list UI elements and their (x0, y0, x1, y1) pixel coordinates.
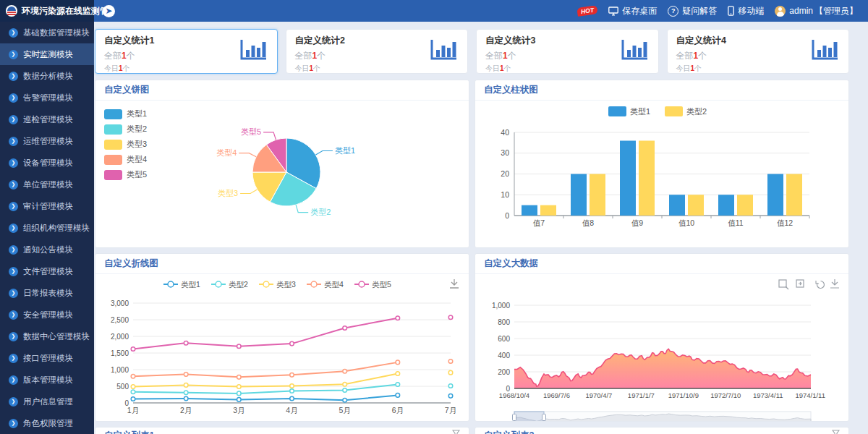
sidebar-item-基础数据管理模块[interactable]: ❯基础数据管理模块 (0, 22, 94, 43)
line-legend-item[interactable]: 类型4 (307, 280, 344, 289)
sidebar-item-实时监测模块[interactable]: ❯实时监测模块 (0, 43, 94, 65)
pie-legend-item[interactable]: 类型5 (104, 167, 147, 182)
stat-card-3[interactable]: 自定义统计3全部1个今日1个 (476, 29, 659, 74)
line-legend-item[interactable]: 类型1 (163, 280, 200, 289)
stat-card-2[interactable]: 自定义统计2全部1个今日1个 (286, 29, 469, 74)
svg-text:类型1: 类型1 (630, 107, 650, 116)
save-desktop-button[interactable]: 保存桌面 (608, 5, 657, 17)
line-legend-item[interactable]: 类型3 (259, 280, 296, 289)
svg-text:类型3: 类型3 (218, 189, 238, 197)
line-chart[interactable]: 05001,0001,5002,0002,5003,0001月2月3月4月5月6… (95, 274, 469, 422)
sidebar-item-label: 基础数据管理模块 (23, 27, 90, 38)
qa-button[interactable]: ? 疑问解答 (668, 5, 717, 17)
svg-text:类型2: 类型2 (229, 280, 248, 289)
sidebar-item-角色权限管理[interactable]: ❯角色权限管理 (0, 412, 94, 434)
bottom-right-panel: 自定义列表2 (475, 427, 849, 434)
stat-card-today: 今日1个 (295, 64, 459, 74)
bar-chart-icon (809, 38, 840, 61)
chevron-circle-icon: ❯ (9, 158, 18, 168)
stat-card-today: 今日1个 (104, 64, 268, 74)
bigdata-area-chart[interactable]: 02004006008001,0001968/10/41969/7/61970/… (475, 274, 849, 422)
user-role: 【管理员】 (814, 5, 858, 17)
sidebar-item-label: 接口管理模块 (23, 353, 73, 364)
sidebar-item-版本管理模块[interactable]: ❯版本管理模块 (0, 369, 94, 391)
mobile-button[interactable]: 移动端 (728, 5, 764, 17)
datazoom-handle[interactable] (513, 414, 516, 421)
line-legend-item[interactable]: 类型2 (211, 280, 248, 289)
user-name: admin (789, 6, 813, 16)
bar-chart[interactable]: 010203040值7值8值9值10值11值12类型1类型2 (475, 101, 849, 248)
sidebar-item-label: 单位管理模块 (23, 179, 73, 190)
zoom-reset-icon[interactable] (796, 280, 804, 287)
pie-legend-item[interactable]: 类型2 (104, 122, 147, 137)
sidebar-item-label: 版本管理模块 (23, 375, 73, 386)
datazoom-slider[interactable] (513, 412, 812, 422)
stat-card-today: 今日1个 (485, 64, 650, 74)
sidebar-item-文件管理模块[interactable]: ❯文件管理模块 (0, 260, 94, 282)
pie-panel-title: 自定义饼图 (104, 84, 150, 96)
filter-icon[interactable] (452, 430, 460, 434)
sidebar-item-label: 组织机构管理模块 (23, 223, 90, 234)
svg-text:2,000: 2,000 (111, 333, 129, 341)
sidebar-item-数据中心管理模块[interactable]: ❯数据中心管理模块 (0, 326, 94, 347)
sidebar-item-通知公告模块[interactable]: ❯通知公告模块 (0, 239, 94, 260)
app-title: 环境污染源在线监测管 (22, 5, 109, 17)
sidebar-item-label: 角色权限管理 (23, 418, 73, 429)
user-menu[interactable]: admin 【管理员】 (775, 5, 858, 17)
line-panel-title: 自定义折线图 (104, 258, 158, 270)
sidebar-item-数据分析模块[interactable]: ❯数据分析模块 (0, 65, 94, 87)
bottom-left-panel: 自定义列表1 (95, 427, 469, 434)
sidebar-item-label: 巡检管理模块 (23, 114, 73, 125)
svg-text:值9: 值9 (631, 218, 644, 227)
sidebar-item-巡检管理模块[interactable]: ❯巡检管理模块 (0, 109, 94, 130)
sidebar-item-接口管理模块[interactable]: ❯接口管理模块 (0, 347, 94, 369)
bottom-right-panel-title: 自定义列表2 (484, 430, 534, 434)
chevron-circle-icon: ❯ (9, 137, 18, 146)
pie-legend-item[interactable]: 类型4 (104, 152, 147, 167)
sidebar-item-运维管理模块[interactable]: ❯运维管理模块 (0, 130, 94, 152)
sidebar-item-日常报表模块[interactable]: ❯日常报表模块 (0, 282, 94, 304)
chevron-circle-icon: ❯ (9, 354, 18, 363)
monitor-icon (608, 7, 618, 16)
legend-label: 类型2 (127, 124, 147, 135)
sidebar-item-设备管理模块[interactable]: ❯设备管理模块 (0, 152, 94, 174)
back-button[interactable]: ➤︎back (103, 5, 115, 17)
save-image-icon[interactable] (830, 279, 839, 288)
svg-text:值11: 值11 (728, 218, 744, 227)
filter-icon[interactable] (832, 430, 840, 434)
pie-legend-item[interactable]: 类型3 (104, 137, 147, 152)
bar-legend-item[interactable]: 类型1 (608, 106, 650, 116)
pie-legend-item[interactable]: 类型1 (104, 106, 147, 122)
sidebar-item-label: 通知公告模块 (23, 244, 73, 255)
bar-legend-item[interactable]: 类型2 (665, 106, 707, 116)
svg-text:1969/7/6: 1969/7/6 (543, 391, 570, 399)
sidebar-item-用户信息管理[interactable]: ❯用户信息管理 (0, 391, 94, 412)
box-zoom-icon[interactable] (779, 280, 788, 289)
legend-label: 类型5 (127, 169, 147, 180)
line-legend-item[interactable]: 类型5 (354, 280, 391, 289)
chevron-circle-icon: ❯ (9, 310, 18, 320)
sidebar-item-安全管理模块[interactable]: ❯安全管理模块 (0, 304, 94, 326)
legend-swatch (104, 170, 122, 180)
restore-icon[interactable] (816, 281, 824, 288)
bottom-left-panel-title: 自定义列表1 (104, 430, 154, 434)
save-image-icon[interactable] (450, 279, 459, 288)
svg-text:40: 40 (501, 128, 509, 137)
chevron-circle-icon: ❯ (9, 93, 18, 103)
sidebar-item-组织机构管理模块[interactable]: ❯组织机构管理模块 (0, 217, 94, 239)
sidebar-item-告警管理模块[interactable]: ❯告警管理模块 (0, 87, 94, 109)
datazoom-handle[interactable] (542, 414, 546, 421)
stat-card-1[interactable]: 自定义统计1全部1个今日1个 (95, 29, 278, 74)
sidebar-item-审计管理模块[interactable]: ❯审计管理模块 (0, 195, 94, 217)
sidebar-item-单位管理模块[interactable]: ❯单位管理模块 (0, 174, 94, 195)
stat-card-today: 今日1个 (676, 64, 841, 74)
mobile-label: 移动端 (738, 5, 764, 17)
stat-card-4[interactable]: 自定义统计4全部1个今日1个 (667, 29, 850, 74)
sidebar-item-label: 数据中心管理模块 (23, 331, 90, 342)
navbar-actions: HOT 保存桌面 ? 疑问解答 移动端 admin 【管理员】 (577, 5, 868, 17)
bar-panel: 自定义柱状图 010203040值7值8值9值10值11值12类型1类型2 (475, 80, 849, 248)
legend-swatch (104, 155, 122, 165)
chevron-circle-icon: ❯ (9, 375, 18, 385)
pie-chart[interactable]: 类型1类型2类型3类型4类型5 (95, 101, 469, 248)
svg-text:1,000: 1,000 (111, 366, 129, 374)
